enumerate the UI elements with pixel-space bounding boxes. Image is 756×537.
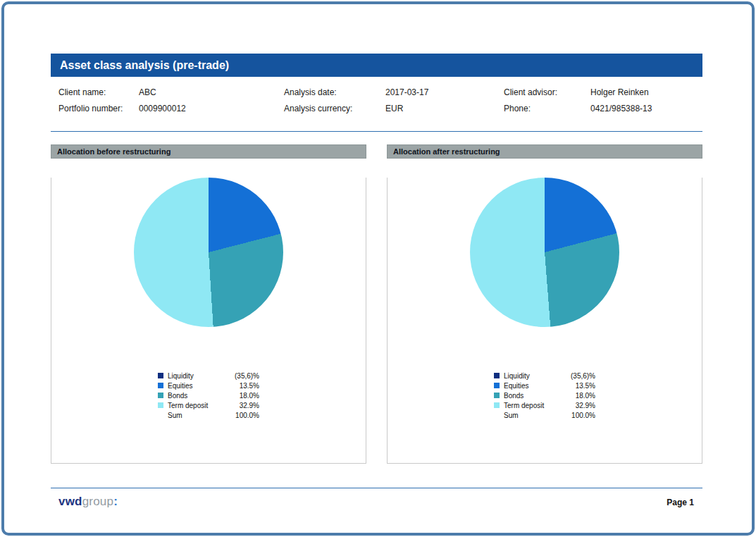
legend-value: 100.0% xyxy=(235,412,259,419)
legend-value: 32.9% xyxy=(240,402,259,409)
legend-label: Equities xyxy=(504,382,576,390)
portfolio-number-field: Portfolio number: 0009900012 xyxy=(51,104,284,113)
legend-label: Sum xyxy=(168,412,235,419)
client-info-section: Client name: ABC Analysis date: 2017-03-… xyxy=(51,84,702,116)
legend-row: Bonds 18.0% xyxy=(494,390,595,400)
legend-before: Liquidity (35,6)% Equities 13.5% Bonds 1… xyxy=(158,371,259,420)
legend-swatch-liquidity xyxy=(494,373,500,378)
legend-after: Liquidity (35,6)% Equities 13.5% Bonds 1… xyxy=(494,371,595,420)
legend-value: 18.0% xyxy=(576,392,595,400)
client-info-row: Portfolio number: 0009900012 Analysis cu… xyxy=(51,100,702,116)
header-divider-line xyxy=(51,131,702,132)
analysis-currency-value: EUR xyxy=(385,104,403,113)
legend-value: 13.5% xyxy=(240,382,259,390)
portfolio-number-label: Portfolio number: xyxy=(58,104,139,113)
legend-row: Liquidity (35,6)% xyxy=(494,371,595,381)
legend-value: 13.5% xyxy=(576,382,595,390)
legend-label: Bonds xyxy=(168,392,240,400)
legend-swatch-bonds xyxy=(494,393,500,398)
panel-before-body: Liquidity (35,6)% Equities 13.5% Bonds 1… xyxy=(51,178,366,464)
legend-value: (35,6)% xyxy=(235,372,259,380)
legend-row: Term deposit 32.9% xyxy=(494,400,595,410)
analysis-date-label: Analysis date: xyxy=(284,87,385,97)
phone-value: 0421/985388-13 xyxy=(590,104,652,113)
legend-swatch-equities xyxy=(494,383,500,388)
phone-field: Phone: 0421/985388-13 xyxy=(504,104,702,113)
legend-swatch-equities xyxy=(158,383,163,388)
panel-allocation-before: Allocation before restructuring Liquidit… xyxy=(51,144,366,464)
legend-label: Sum xyxy=(504,412,571,419)
legend-row: Bonds 18.0% xyxy=(158,390,259,400)
legend-value: 32.9% xyxy=(576,402,595,409)
client-info-row: Client name: ABC Analysis date: 2017-03-… xyxy=(51,84,702,100)
legend-row-sum: Sum 100.0% xyxy=(158,410,259,420)
panel-after-body: Liquidity (35,6)% Equities 13.5% Bonds 1… xyxy=(387,178,702,464)
analysis-currency-label: Analysis currency: xyxy=(284,104,385,113)
client-advisor-field: Client advisor: Holger Reinken xyxy=(504,87,702,97)
analysis-date-field: Analysis date: 2017-03-17 xyxy=(284,87,504,97)
legend-label: Bonds xyxy=(504,392,576,400)
legend-swatch-term-deposit xyxy=(158,402,163,408)
pie-chart-before xyxy=(134,178,283,327)
portfolio-number-value: 0009900012 xyxy=(139,104,186,113)
legend-row: Equities 13.5% xyxy=(494,381,595,390)
legend-label: Term deposit xyxy=(504,402,576,409)
client-advisor-value: Holger Reinken xyxy=(590,87,649,97)
legend-label: Liquidity xyxy=(168,372,235,380)
panel-after-title: Allocation after restructuring xyxy=(387,144,702,159)
panel-allocation-after: Allocation after restructuring Liquidity… xyxy=(387,144,702,464)
legend-row-sum: Sum 100.0% xyxy=(494,410,595,420)
legend-swatch-liquidity xyxy=(158,373,163,378)
vwd-group-logo: vwdgroup: xyxy=(58,495,118,509)
panel-before-title: Allocation before restructuring xyxy=(51,144,366,159)
report-title-bar: Asset class analysis (pre-trade) xyxy=(51,54,702,77)
analysis-date-value: 2017-03-17 xyxy=(385,87,428,97)
legend-label: Term deposit xyxy=(168,402,240,409)
pie-chart-after xyxy=(470,178,619,327)
legend-swatch-term-deposit xyxy=(494,402,500,408)
legend-row: Term deposit 32.9% xyxy=(158,400,259,410)
legend-swatch-bonds xyxy=(158,393,163,398)
allocation-panels: Allocation before restructuring Liquidit… xyxy=(51,144,702,464)
legend-value: 18.0% xyxy=(240,392,259,400)
logo-group: group xyxy=(82,495,113,508)
legend-label: Equities xyxy=(168,382,240,390)
footer-divider-line xyxy=(51,488,702,488)
client-name-field: Client name: ABC xyxy=(51,87,284,97)
legend-value: 100.0% xyxy=(571,412,595,419)
page-title: Asset class analysis (pre-trade) xyxy=(60,59,229,71)
legend-row: Equities 13.5% xyxy=(158,381,259,390)
phone-label: Phone: xyxy=(504,104,590,113)
client-name-value: ABC xyxy=(139,87,156,97)
logo-colon: : xyxy=(113,495,118,508)
logo-vwd: vwd xyxy=(58,495,82,508)
legend-row: Liquidity (35,6)% xyxy=(158,371,259,381)
analysis-currency-field: Analysis currency: EUR xyxy=(284,104,504,113)
page-number: Page 1 xyxy=(667,498,694,507)
legend-value: (35,6)% xyxy=(571,372,595,380)
client-name-label: Client name: xyxy=(58,87,139,97)
legend-label: Liquidity xyxy=(504,372,571,380)
client-advisor-label: Client advisor: xyxy=(504,87,590,97)
